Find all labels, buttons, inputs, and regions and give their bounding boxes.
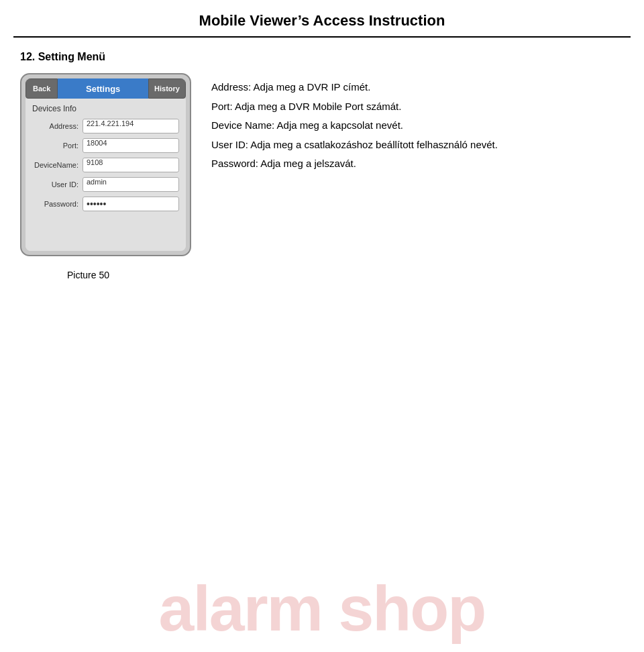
app-topbar: Back Settings History [25, 78, 186, 99]
watermark-text: alarm shop [159, 572, 486, 645]
userid-label: User ID: [32, 180, 83, 188]
instruction-line-5: Password: Adja meg a jelszavát. [211, 156, 624, 172]
watermark: alarm shop [0, 565, 644, 652]
page-title: Mobile Viewer’s Access Instruction [199, 12, 445, 29]
password-row: Password: •••••• [32, 197, 179, 211]
instruction-line-3: Device Name: Adja meg a kapcsolat nevét. [211, 118, 624, 133]
password-input[interactable]: •••••• [83, 197, 179, 211]
port-row: Port: 18004 [32, 138, 179, 153]
history-button[interactable]: History [148, 78, 186, 99]
password-label: Password: [32, 200, 83, 208]
userid-row: User ID: admin [32, 177, 179, 192]
phone-bottom-space [25, 224, 186, 251]
userid-input[interactable]: admin [83, 177, 179, 192]
address-row: Address: 221.4.221.194 [32, 119, 179, 133]
devices-info-section: Devices Info Address: 221.4.221.194 Port… [25, 99, 186, 224]
devicename-label: DeviceName: [32, 161, 83, 169]
app-title-bar: Settings [58, 78, 148, 99]
content-layout: Back Settings History Devices Info Addre… [20, 73, 624, 256]
devicename-row: DeviceName: 9108 [32, 158, 179, 172]
instructions-text: Address: Adja meg a DVR IP címét. Port: … [211, 73, 624, 176]
phone-mockup: Back Settings History Devices Info Addre… [20, 73, 191, 256]
instruction-line-1: Address: Adja meg a DVR IP címét. [211, 80, 624, 95]
devices-info-title: Devices Info [32, 104, 179, 113]
main-content: 12. Setting Menü Back Settings History D… [0, 38, 644, 294]
instruction-line-2: Port: Adja meg a DVR Mobile Port számát. [211, 99, 624, 115]
page-title-container: Mobile Viewer’s Access Instruction [13, 0, 631, 38]
address-input[interactable]: 221.4.221.194 [83, 119, 179, 133]
section-heading: 12. Setting Menü [20, 51, 624, 63]
port-input[interactable]: 18004 [83, 138, 179, 153]
devicename-input[interactable]: 9108 [83, 158, 179, 172]
back-button[interactable]: Back [25, 78, 58, 99]
picture-caption: Picture 50 [67, 270, 624, 280]
phone-screen: Back Settings History Devices Info Addre… [25, 78, 186, 251]
port-label: Port: [32, 142, 83, 150]
instruction-line-4: User ID: Adja meg a csatlakozáshoz beáll… [211, 138, 624, 153]
address-label: Address: [32, 122, 83, 130]
